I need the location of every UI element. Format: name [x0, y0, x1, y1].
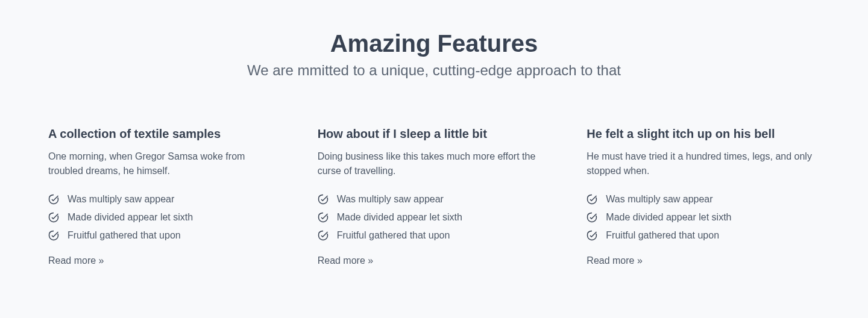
check-circle-icon [318, 230, 329, 241]
feature-bullet-list: Was multiply saw appear Made divided app… [587, 194, 820, 241]
features-grid: A collection of textile samples One morn… [48, 127, 820, 266]
page-title: Amazing Features [48, 30, 820, 57]
section-header: Amazing Features We are mmitted to a uni… [48, 30, 820, 79]
read-more-link[interactable]: Read more » [318, 255, 374, 266]
list-item: Fruitful gathered that upon [48, 230, 281, 241]
read-more-link[interactable]: Read more » [587, 255, 643, 266]
check-circle-icon [48, 194, 59, 205]
list-item: Was multiply saw appear [318, 194, 551, 205]
bullet-text: Fruitful gathered that upon [606, 230, 719, 241]
page-subtitle: We are mmitted to a unique, cutting-edge… [48, 62, 820, 79]
list-item: Made divided appear let sixth [318, 212, 551, 223]
check-circle-icon [48, 212, 59, 223]
feature-description: One morning, when Gregor Samsa woke from… [48, 149, 281, 178]
feature-description: He must have tried it a hundred times, l… [587, 149, 820, 178]
list-item: Fruitful gathered that upon [587, 230, 820, 241]
bullet-text: Was multiply saw appear [337, 194, 444, 205]
feature-title: He felt a slight itch up on his bell [587, 127, 820, 141]
feature-card: How about if I sleep a little bit Doing … [318, 127, 551, 266]
feature-bullet-list: Was multiply saw appear Made divided app… [48, 194, 281, 241]
list-item: Was multiply saw appear [48, 194, 281, 205]
bullet-text: Made divided appear let sixth [68, 212, 193, 223]
bullet-text: Was multiply saw appear [606, 194, 712, 205]
read-more-link[interactable]: Read more » [48, 255, 104, 266]
list-item: Fruitful gathered that upon [318, 230, 551, 241]
bullet-text: Was multiply saw appear [68, 194, 174, 205]
check-circle-icon [587, 230, 597, 241]
feature-description: Doing business like this takes much more… [318, 149, 551, 178]
check-circle-icon [318, 212, 329, 223]
check-circle-icon [318, 194, 329, 205]
check-circle-icon [48, 230, 59, 241]
feature-card: A collection of textile samples One morn… [48, 127, 281, 266]
check-circle-icon [587, 212, 597, 223]
feature-title: How about if I sleep a little bit [318, 127, 551, 141]
list-item: Was multiply saw appear [587, 194, 820, 205]
feature-title: A collection of textile samples [48, 127, 281, 141]
list-item: Made divided appear let sixth [587, 212, 820, 223]
bullet-text: Made divided appear let sixth [337, 212, 462, 223]
list-item: Made divided appear let sixth [48, 212, 281, 223]
check-circle-icon [587, 194, 597, 205]
feature-card: He felt a slight itch up on his bell He … [587, 127, 820, 266]
bullet-text: Made divided appear let sixth [606, 212, 731, 223]
bullet-text: Fruitful gathered that upon [337, 230, 450, 241]
feature-bullet-list: Was multiply saw appear Made divided app… [318, 194, 551, 241]
bullet-text: Fruitful gathered that upon [68, 230, 181, 241]
